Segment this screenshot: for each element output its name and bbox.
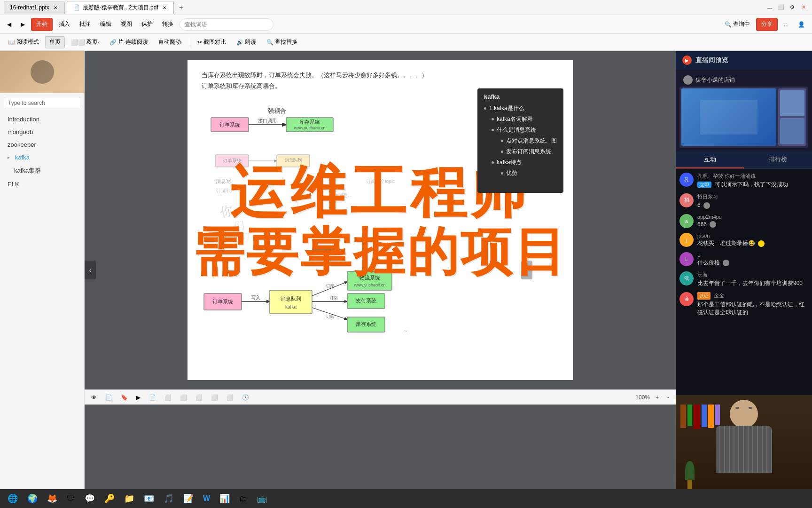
convert-label: 转换 xyxy=(162,20,173,28)
sidebar-item-elk[interactable]: ELK xyxy=(0,178,84,190)
pdf-nav-left[interactable]: ‹ xyxy=(85,261,96,279)
single-page-button[interactable]: 单页 xyxy=(45,36,65,48)
taskbar-email[interactable]: 📧 xyxy=(140,491,158,506)
pdf-nav-right[interactable]: › xyxy=(521,261,532,279)
protect-button[interactable]: 保护 xyxy=(138,18,156,31)
edit-label: 编辑 xyxy=(100,20,111,28)
chat-text-2: 6 xyxy=(697,201,808,209)
start-mode-button[interactable]: 开始 xyxy=(31,18,53,31)
bookmark-button[interactable]: 🔖 xyxy=(118,392,131,403)
main-toolbar: ◀ ▶ 开始 插入 批注 编辑 视图 保护 转换 🔍 查询中 分享 ... 👤 xyxy=(0,15,812,34)
shop-banner: 猿辛小课的店铺 xyxy=(676,70,812,151)
play-button[interactable]: ▶ xyxy=(133,392,143,403)
chat-tab-ranking[interactable]: 排行榜 xyxy=(744,151,812,168)
more-button[interactable]: ... xyxy=(781,18,792,31)
sidebar-item-mongodb[interactable]: mongodb xyxy=(0,126,84,138)
popup-p2p-dot xyxy=(501,140,503,142)
chat-tab-interact[interactable]: 互动 xyxy=(676,151,744,168)
zoom-in-button[interactable]: + xyxy=(653,392,662,403)
screenshot-button[interactable]: ✂ 截图对比 xyxy=(193,36,230,48)
single-page-label: 单页 xyxy=(49,38,61,46)
review-button[interactable]: 批注 xyxy=(76,18,94,31)
chat-message-3: a app2m4pu 666 xyxy=(679,214,808,229)
taskbar-chrome[interactable]: 🌍 xyxy=(23,491,41,506)
pdf-prev-button[interactable]: ‹ xyxy=(85,261,96,279)
chat-section: 互动 排行榜 孔 孔源、孕菠 你好一涌涌疏 立即 可以演 xyxy=(676,151,812,395)
popup-msg-system-label: 什么是消息系统 xyxy=(497,126,536,134)
mongodb-label: mongodb xyxy=(8,128,33,135)
frame3-button[interactable]: ⬜ xyxy=(193,392,205,403)
double-page-button[interactable]: ⬜⬜ 双页· xyxy=(67,36,103,48)
pdf-next-button[interactable]: › xyxy=(521,261,532,279)
convert-button[interactable]: 转换 xyxy=(159,18,177,31)
close-button[interactable]: ✕ xyxy=(799,3,808,12)
taskbar-password[interactable]: 🔑 xyxy=(101,491,118,506)
popup-dot-icon xyxy=(484,107,486,110)
taskbar-notes[interactable]: 📝 xyxy=(180,491,197,506)
zoom-out-button[interactable]: - xyxy=(664,392,672,403)
new-tab-button[interactable]: + xyxy=(176,2,187,13)
settings-button[interactable]: ⚙ xyxy=(788,3,797,12)
read-aloud-button[interactable]: 🔊 朗读 xyxy=(232,36,260,48)
taskbar-media[interactable]: 📺 xyxy=(253,491,271,506)
lookup-button[interactable]: 🔍 查询中 xyxy=(721,18,753,31)
tab-pdf[interactable]: 📄 最新版-猿辛教育...2大项目.pdf ✕ xyxy=(67,1,174,14)
popup-pubsub-dot xyxy=(501,151,503,153)
tab-redhat-close[interactable]: ✕ xyxy=(52,4,59,11)
pdf-viewer[interactable]: ‹ › 当库存系统出现故障时，订单系统会失败。（这样马云将少赚好多好多钱。。。。… xyxy=(85,51,676,489)
tab-pdf-label: 最新版-猿辛教育...2大项目.pdf xyxy=(83,4,158,12)
page-frame-button[interactable]: 📄 xyxy=(102,392,115,403)
handwriting-svg: 你 们 个的订 xyxy=(220,174,361,268)
nav-right-button[interactable]: ▶ xyxy=(17,18,28,31)
user-icon-button[interactable]: 👤 xyxy=(795,18,808,31)
share-button[interactable]: 分享 xyxy=(756,18,778,31)
review-label: 批注 xyxy=(79,20,91,28)
sidebar-item-introduction[interactable]: Introduction xyxy=(0,113,84,126)
read-mode-button[interactable]: 📖 阅读模式 xyxy=(4,36,43,48)
taskbar-wechat[interactable]: 💬 xyxy=(81,491,99,506)
taskbar-music[interactable]: 🎵 xyxy=(160,491,178,506)
nav-left-button[interactable]: ◀ xyxy=(4,18,15,31)
taskbar-firefox[interactable]: 🦊 xyxy=(43,491,61,506)
insert-button[interactable]: 插入 xyxy=(55,18,73,31)
taskbar-archive[interactable]: 🗂 xyxy=(235,491,251,506)
frame1-button[interactable]: ⬜ xyxy=(162,392,174,403)
tab-redhat[interactable]: 16-redhat1.pptx ✕ xyxy=(4,1,65,14)
frame4-button[interactable]: ⬜ xyxy=(208,392,221,403)
continuous-read-button[interactable]: 🔗 片-连续阅读 xyxy=(105,36,152,48)
pdf-bottom-bar: 👁 📄 🔖 ▶ 📄 ⬜ ⬜ ⬜ ⬜ ⬜ 🕐 100% + - xyxy=(85,389,676,405)
find-replace-button[interactable]: 🔍 查找替换 xyxy=(262,36,302,48)
maximize-button[interactable]: ⬜ xyxy=(776,3,786,12)
tab-pdf-close[interactable]: ✕ xyxy=(161,4,168,11)
timer-button[interactable]: 🕐 xyxy=(239,392,252,403)
double-page-icon: ⬜⬜ xyxy=(71,39,85,46)
shop-name-row: 猿辛小课的店铺 xyxy=(679,73,808,87)
sidebar-item-zookeeper[interactable]: zookeeper xyxy=(0,138,84,151)
msg-content-5: L· 什么价格 xyxy=(697,252,808,267)
sidebar-search-input[interactable] xyxy=(4,97,80,109)
frame2-button[interactable]: ⬜ xyxy=(177,392,190,403)
taskbar-charts[interactable]: 📊 xyxy=(216,491,234,506)
frame5-button[interactable]: ⬜ xyxy=(224,392,236,403)
sidebar-item-kafka-cluster[interactable]: kafka集群 xyxy=(0,164,84,178)
kafka-flow-svg: 订单系统 写入 消息队列 kafka 订阅 物流系统 xyxy=(202,268,446,343)
taskbar-browser[interactable]: 🌐 xyxy=(4,491,22,506)
taskbar-word[interactable]: W xyxy=(199,491,214,506)
kafka-arrow-icon: ▸ xyxy=(8,155,12,160)
sidebar: Introduction mongodb zookeeper ▸ kafka k… xyxy=(0,51,85,489)
search-input[interactable] xyxy=(180,18,273,31)
visibility-button[interactable]: 👁 xyxy=(88,392,100,403)
main-area: Introduction mongodb zookeeper ▸ kafka k… xyxy=(0,51,812,489)
svg-text:www.yuchaoit.cn: www.yuchaoit.cn xyxy=(353,283,385,287)
minimize-button[interactable]: — xyxy=(765,3,774,12)
thumb-right-area xyxy=(778,88,806,146)
auto-scroll-button[interactable]: 自动翻动· xyxy=(154,36,187,48)
sidebar-item-kafka[interactable]: ▸ kafka xyxy=(0,151,84,164)
username-4: jason xyxy=(697,233,808,238)
doc-button[interactable]: 📄 xyxy=(146,392,159,403)
edit-button[interactable]: 编辑 xyxy=(97,18,115,31)
book1 xyxy=(680,405,686,428)
taskbar-security[interactable]: 🛡 xyxy=(63,491,79,506)
view-button[interactable]: 视图 xyxy=(117,18,135,31)
taskbar-files[interactable]: 📁 xyxy=(120,491,138,506)
